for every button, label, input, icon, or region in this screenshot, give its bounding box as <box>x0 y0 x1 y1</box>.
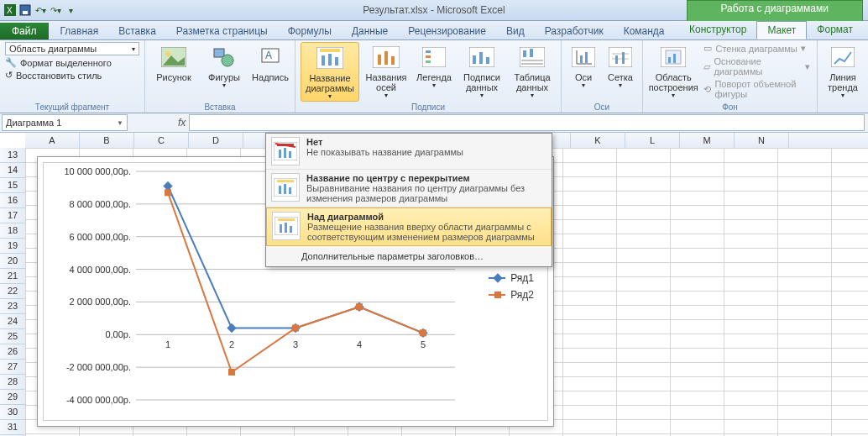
format-selection-button[interactable]: 🔧Формат выделенного <box>5 57 112 68</box>
save-icon[interactable] <box>18 3 32 17</box>
row-header[interactable]: 21 <box>0 269 25 284</box>
svg-point-5 <box>165 51 170 56</box>
trendline-button[interactable]: Линия тренда▾ <box>823 42 863 100</box>
svg-text:6 000 000,00р.: 6 000 000,00р. <box>70 232 131 242</box>
plot-area-icon <box>660 44 687 71</box>
dropdown-more-options[interactable]: Дополнительные параметры заголовков… <box>266 246 552 266</box>
row-header[interactable]: 20 <box>0 254 25 269</box>
format-selection-icon: 🔧 <box>5 57 17 68</box>
name-box[interactable]: Диаграмма 1▼ <box>2 114 128 131</box>
row-header[interactable]: 18 <box>0 223 25 239</box>
redo-icon[interactable]: ↷▾ <box>49 3 62 17</box>
tab-insert[interactable]: Вставка <box>108 23 166 39</box>
qat-dropdown-icon[interactable]: ▾ <box>64 3 77 17</box>
reset-style-button[interactable]: ↺Восстановить стиль <box>5 70 102 81</box>
insert-textbox-button[interactable]: AНадпись <box>251 42 290 82</box>
legend-item-1: Ряд1 <box>489 272 534 284</box>
tab-view[interactable]: Вид <box>496 23 535 39</box>
chart-floor-button: ▱Основание диаграммы ▾ <box>702 55 812 77</box>
row-header[interactable]: 30 <box>0 405 25 420</box>
svg-rect-20 <box>426 50 431 53</box>
svg-text:10 000 000,00р.: 10 000 000,00р. <box>64 166 131 176</box>
svg-rect-46 <box>831 47 855 67</box>
tab-page-layout[interactable]: Разметка страницы <box>166 23 278 39</box>
row-header[interactable]: 25 <box>0 329 25 344</box>
tab-data[interactable]: Данные <box>342 23 398 39</box>
column-header[interactable]: N <box>735 133 789 148</box>
insert-shapes-button[interactable]: Фигуры▾ <box>201 42 248 90</box>
row-header[interactable]: 19 <box>0 239 25 254</box>
row-header[interactable]: 27 <box>0 360 25 375</box>
column-header[interactable]: B <box>80 133 134 148</box>
legend-button[interactable]: Легенда▾ <box>413 42 455 90</box>
row-header[interactable]: 31 <box>0 420 25 435</box>
data-table-button[interactable]: Таблица данных▾ <box>509 42 556 100</box>
axis-titles-button[interactable]: Названия осей▾ <box>363 42 410 100</box>
chart-legend: Ряд1 Ряд2 <box>489 272 534 306</box>
svg-rect-90 <box>278 218 295 221</box>
svg-rect-21 <box>426 55 431 58</box>
picture-icon <box>160 44 187 71</box>
column-header[interactable]: D <box>189 133 243 148</box>
fx-icon[interactable]: fx <box>178 117 186 129</box>
chart-element-selector[interactable]: Область диаграммы▾ <box>5 42 139 55</box>
dropdown-item[interactable]: НетНе показывать название диаграммы <box>266 134 552 170</box>
reset-icon: ↺ <box>5 70 13 81</box>
svg-rect-37 <box>609 47 632 67</box>
svg-text:4 000 000,00р.: 4 000 000,00р. <box>70 265 131 275</box>
row-header[interactable]: 13 <box>0 148 25 163</box>
svg-text:2 000 000,00р.: 2 000 000,00р. <box>70 297 131 307</box>
undo-icon[interactable]: ↶▾ <box>34 3 47 17</box>
tab-layout[interactable]: Макет <box>756 21 807 39</box>
svg-rect-85 <box>277 180 294 182</box>
row-header[interactable]: 16 <box>0 193 25 208</box>
svg-text:3: 3 <box>293 339 298 349</box>
row-header[interactable]: 17 <box>0 208 25 223</box>
axes-button[interactable]: Оси▾ <box>567 42 600 90</box>
svg-rect-75 <box>292 325 299 332</box>
plot-area-button[interactable]: Область построения▾ <box>648 42 698 100</box>
column-header[interactable]: A <box>25 133 80 148</box>
tab-design[interactable]: Конструктор <box>679 21 756 39</box>
chart-title-button[interactable]: Название диаграммы▾ <box>301 42 359 102</box>
dropdown-item[interactable]: Над диаграммойРазмещение названия вверху… <box>266 207 552 246</box>
tab-format[interactable]: Формат <box>807 21 863 39</box>
tab-home[interactable]: Главная <box>50 23 109 39</box>
svg-rect-6 <box>214 49 224 57</box>
svg-text:-4 000 000,00р.: -4 000 000,00р. <box>66 395 131 405</box>
column-header[interactable]: M <box>680 133 735 148</box>
worksheet: ABCDEFGHIJKLMN 1314151617181920212223242… <box>0 133 868 436</box>
tab-developer[interactable]: Разработчик <box>535 23 614 39</box>
svg-rect-36 <box>585 52 588 63</box>
tab-review[interactable]: Рецензирование <box>398 23 496 39</box>
row-header[interactable]: 23 <box>0 299 25 314</box>
row-header[interactable]: 15 <box>0 178 25 193</box>
group-axes: Оси▾ Сетка▾ Оси <box>562 40 643 113</box>
gridlines-button[interactable]: Сетка▾ <box>604 42 637 90</box>
svg-rect-45 <box>673 54 676 63</box>
group-analysis: Линия тренда▾ <box>818 40 868 113</box>
chart-wall-button: ▭Стенка диаграммы ▾ <box>702 42 812 55</box>
row-header[interactable]: 24 <box>0 314 25 329</box>
tab-team[interactable]: Команда <box>614 23 675 39</box>
insert-picture-button[interactable]: Рисунок <box>150 42 197 82</box>
formula-input[interactable] <box>189 114 865 131</box>
column-header[interactable]: C <box>134 133 189 148</box>
svg-rect-40 <box>615 55 618 64</box>
svg-rect-17 <box>384 51 388 65</box>
row-header[interactable]: 22 <box>0 284 25 299</box>
row-header[interactable]: 14 <box>0 163 25 178</box>
svg-text:1: 1 <box>165 339 170 349</box>
svg-text:A: A <box>265 50 272 61</box>
column-header[interactable]: K <box>571 133 625 148</box>
tab-formulas[interactable]: Формулы <box>278 23 342 39</box>
row-header[interactable]: 29 <box>0 390 25 405</box>
svg-rect-3 <box>23 11 28 14</box>
column-header[interactable]: L <box>625 133 680 148</box>
tab-file[interactable]: Файл <box>0 23 49 39</box>
row-header[interactable]: 28 <box>0 375 25 390</box>
row-header[interactable]: 26 <box>0 344 25 360</box>
dropdown-item[interactable]: Название по центру с перекрытиемВыравнив… <box>266 170 552 207</box>
data-labels-button[interactable]: Подписи данных▾ <box>458 42 505 100</box>
svg-rect-77 <box>420 329 426 336</box>
